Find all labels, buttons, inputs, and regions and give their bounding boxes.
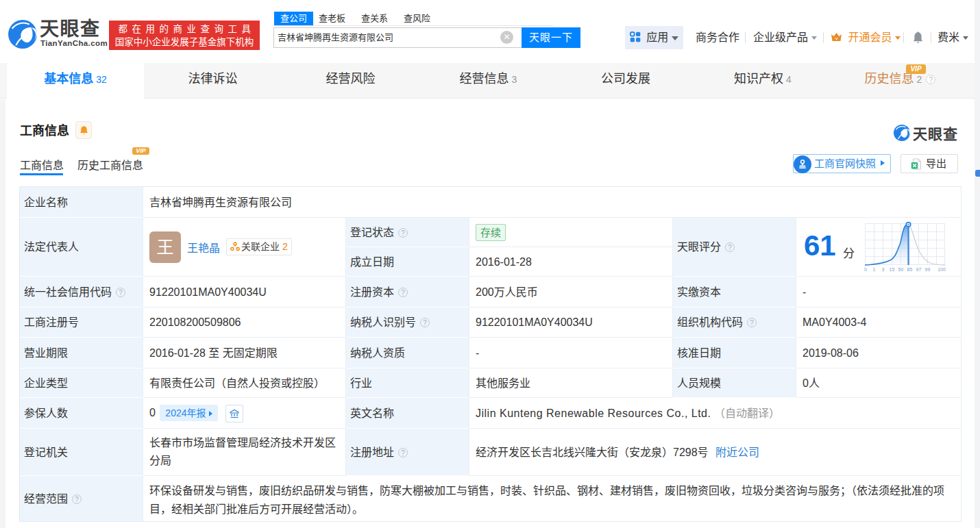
svg-text:50: 50 — [898, 267, 904, 272]
svg-text:97: 97 — [916, 267, 922, 272]
svg-text:3: 3 — [882, 267, 885, 272]
svg-text:15: 15 — [890, 267, 895, 272]
svg-text:100: 100 — [938, 267, 946, 272]
svg-text:85: 85 — [907, 267, 913, 272]
svg-text:1: 1 — [873, 267, 876, 272]
svg-text:99: 99 — [925, 267, 931, 272]
svg-text:0: 0 — [864, 267, 867, 272]
